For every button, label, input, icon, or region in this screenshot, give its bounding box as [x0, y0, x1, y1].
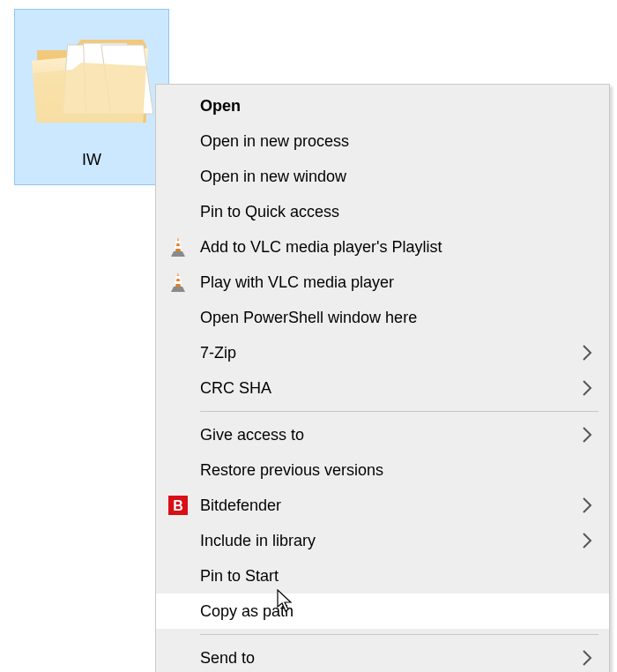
chevron-right-icon: [572, 647, 593, 668]
menu-item-label: CRC SHA: [200, 379, 572, 398]
chevron-right-icon: [572, 424, 593, 445]
vlc-icon: [156, 265, 200, 300]
blank-icon: [156, 88, 200, 123]
menu-item-label: Pin to Quick access: [200, 203, 572, 221]
folder-label: IW: [15, 151, 168, 169]
svg-rect-5: [175, 246, 182, 249]
menu-item-pin-quick-access[interactable]: Pin to Quick access: [156, 194, 609, 229]
svg-marker-7: [175, 273, 181, 287]
menu-item-label: Give access to: [200, 426, 572, 444]
menu-item-send-to[interactable]: Send to: [156, 640, 609, 672]
menu-item-vlc-add-playlist[interactable]: Add to VLC media player's Playlist: [156, 229, 609, 265]
chevron-right-icon: [572, 377, 593, 399]
blank-icon: [156, 335, 200, 370]
menu-item-label: Open: [200, 97, 572, 116]
blank-icon: [156, 370, 200, 406]
chevron-right-icon: [572, 342, 593, 363]
context-menu: Open Open in new process Open in new win…: [155, 84, 610, 672]
menu-item-label: Play with VLC media player: [200, 273, 572, 292]
svg-marker-6: [171, 251, 185, 257]
menu-item-label: Include in library: [200, 532, 572, 550]
folder-icon: [15, 10, 168, 151]
menu-item-give-access-to[interactable]: Give access to: [156, 417, 609, 452]
menu-item-restore-previous-versions[interactable]: Restore previous versions: [156, 452, 609, 488]
menu-item-open-new-window[interactable]: Open in new window: [156, 159, 609, 194]
menu-item-copy-as-path[interactable]: Copy as path: [156, 594, 609, 629]
menu-item-crc-sha[interactable]: CRC SHA: [156, 370, 609, 406]
blank-icon: [156, 452, 200, 488]
vlc-icon: [156, 229, 200, 265]
bitdefender-icon: B: [156, 488, 200, 523]
svg-rect-4: [175, 241, 180, 243]
menu-item-label: Bitdefender: [200, 497, 572, 515]
menu-item-open[interactable]: Open: [156, 88, 609, 123]
menu-item-label: 7-Zip: [200, 344, 572, 362]
menu-item-open-new-process[interactable]: Open in new process: [156, 123, 609, 159]
svg-marker-10: [171, 287, 185, 292]
svg-marker-3: [175, 237, 181, 251]
menu-item-label: Copy as path: [200, 602, 572, 621]
menu-item-open-powershell[interactable]: Open PowerShell window here: [156, 300, 609, 335]
blank-icon: [156, 159, 200, 194]
menu-item-label: Open in new process: [200, 132, 572, 151]
chevron-right-icon: [572, 530, 593, 551]
blank-icon: [156, 417, 200, 452]
menu-item-label: Open in new window: [200, 168, 572, 186]
blank-icon: [156, 123, 200, 159]
menu-item-label: Pin to Start: [200, 567, 572, 586]
menu-item-label: Restore previous versions: [200, 461, 572, 480]
menu-separator: [200, 411, 598, 412]
blank-icon: [156, 558, 200, 594]
blank-icon: [156, 523, 200, 558]
menu-item-include-in-library[interactable]: Include in library: [156, 523, 609, 558]
menu-item-vlc-play[interactable]: Play with VLC media player: [156, 265, 609, 300]
menu-item-label: Send to: [200, 649, 572, 668]
menu-item-pin-to-start[interactable]: Pin to Start: [156, 558, 609, 594]
chevron-right-icon: [572, 495, 593, 516]
svg-text:B: B: [173, 498, 183, 513]
folder-item[interactable]: IW: [14, 9, 169, 185]
menu-item-label: Add to VLC media player's Playlist: [200, 238, 572, 257]
menu-item-label: Open PowerShell window here: [200, 309, 572, 327]
blank-icon: [156, 194, 200, 229]
menu-item-7zip[interactable]: 7-Zip: [156, 335, 609, 370]
blank-icon: [156, 594, 200, 629]
blank-icon: [156, 640, 200, 672]
svg-rect-9: [175, 281, 182, 284]
svg-rect-8: [175, 276, 180, 279]
menu-separator: [200, 634, 598, 635]
menu-item-bitdefender[interactable]: B Bitdefender: [156, 488, 609, 523]
blank-icon: [156, 300, 200, 335]
